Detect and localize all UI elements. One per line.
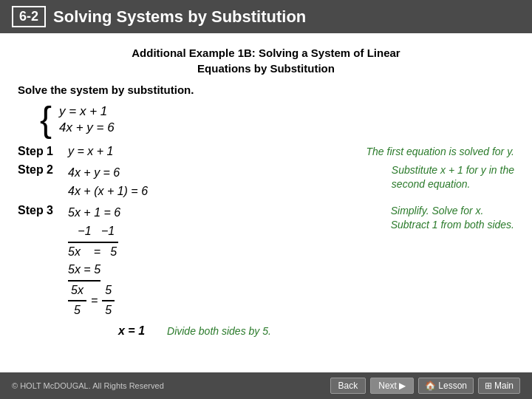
step2-block: Step 2 4x + y = 6 4x + (x + 1) = 6 Subst… xyxy=(18,163,514,201)
step2-note-line2: second equation. xyxy=(392,178,471,190)
fraction-5x-over-5: 5x 5 xyxy=(68,282,86,320)
copyright-text: © HOLT McDOUGAL. All Rights Reserved xyxy=(12,381,164,390)
step1-row: Step 1 y = x + 1 The first equation is s… xyxy=(18,145,514,159)
step3-note-line1: Simplify. Solve for x. xyxy=(391,205,484,216)
heading-line1: Additional Example 1B: Solving a System … xyxy=(132,47,400,59)
step1-label: Step 1 xyxy=(18,145,68,158)
equals-sign: = xyxy=(91,292,98,310)
equations-block: { y = x + 1 4x + y = 6 xyxy=(40,102,514,137)
step3-note-line2: Subtract 1 from both sides. xyxy=(391,219,514,231)
step3-line2: −1 −1 xyxy=(68,222,383,243)
page-title: Solving Systems by Substitution xyxy=(53,7,306,27)
step2-label: Step 2 xyxy=(18,163,68,177)
equation-1: y = x + 1 xyxy=(59,104,115,119)
lesson-button[interactable]: 🏠 Lesson xyxy=(418,378,474,394)
equations-list: y = x + 1 4x + y = 6 xyxy=(59,104,115,135)
step2-equations: 4x + y = 6 4x + (x + 1) = 6 xyxy=(68,163,384,201)
main-button[interactable]: ⊞ Main xyxy=(478,378,520,394)
header: 6-2 Solving Systems by Substitution xyxy=(0,0,532,33)
step3-line1: 5x + 1 = 6 xyxy=(68,204,383,222)
step2-note-line1: Substitute x + 1 for y in the xyxy=(392,164,514,176)
step3-subtract: −1 −1 xyxy=(68,222,118,243)
divide-note: Divide both sides by 5. xyxy=(167,325,271,337)
main-icon: ⊞ xyxy=(485,381,492,391)
fraction-5-over-5: 5 5 xyxy=(102,282,115,320)
fraction-numerator-5: 5 xyxy=(102,282,115,301)
next-button[interactable]: Next ▶ xyxy=(370,378,414,394)
step1-content: y = x + 1 xyxy=(68,145,359,158)
step3-equations: 5x + 1 = 6 −1 −1 5x = 5 5x = 5 5x 5 = xyxy=(68,204,383,320)
main-content: Additional Example 1B: Solving a System … xyxy=(0,33,532,382)
lesson-icon: 🏠 xyxy=(425,381,436,391)
final-row: x = 1 Divide both sides by 5. xyxy=(68,324,514,338)
back-button[interactable]: Back xyxy=(330,378,366,394)
step3-note: Simplify. Solve for x. Subtract 1 from b… xyxy=(391,204,514,232)
heading-line2: Equations by Substitution xyxy=(197,62,335,75)
step3-5x5: 5x = 5 xyxy=(68,261,100,282)
footer-navigation: Back Next ▶ 🏠 Lesson ⊞ Main xyxy=(330,378,520,394)
step2-line1: 4x + y = 6 xyxy=(68,163,384,183)
equation-2: 4x + y = 6 xyxy=(59,120,115,135)
step3-label: Step 3 xyxy=(18,204,68,217)
step3-line4: 5x = 5 xyxy=(68,261,383,282)
fraction-numerator-5x: 5x xyxy=(68,282,86,301)
fraction-denominator-5-right: 5 xyxy=(102,301,115,320)
section-badge: 6-2 xyxy=(12,6,46,27)
fraction-denominator-5-left: 5 xyxy=(71,301,83,320)
step1-note: The first equation is solved for y. xyxy=(366,145,515,159)
step2-note: Substitute x + 1 for y in the second equ… xyxy=(392,163,514,191)
example-heading: Additional Example 1B: Solving a System … xyxy=(18,45,514,76)
step3-block: Step 3 5x + 1 = 6 −1 −1 5x = 5 5x = 5 5x xyxy=(18,204,514,320)
step3-divide-row: 5x 5 = 5 5 xyxy=(68,282,383,320)
final-answer: x = 1 xyxy=(118,324,145,338)
step2-line2: 4x + (x + 1) = 6 xyxy=(68,182,384,201)
footer: © HOLT McDOUGAL. All Rights Reserved Bac… xyxy=(0,372,532,399)
brace-symbol: { xyxy=(40,102,52,137)
step3-line3: 5x = 5 xyxy=(68,243,383,262)
solve-instruction: Solve the system by substitution. xyxy=(18,83,514,96)
